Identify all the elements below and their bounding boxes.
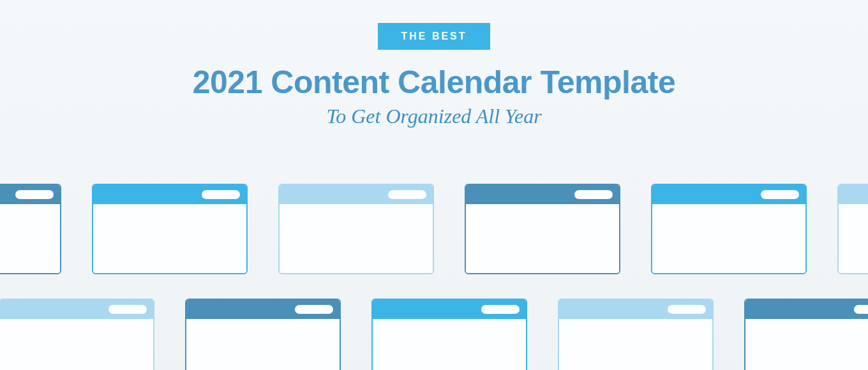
card-body [93, 204, 246, 273]
cards-row-bottom [0, 299, 868, 370]
calendar-card [558, 299, 714, 370]
card-header [0, 185, 60, 204]
card-pill-icon [388, 190, 426, 199]
card-header [280, 185, 433, 204]
calendar-card [465, 184, 620, 274]
calendar-card [185, 299, 341, 370]
calendar-card [744, 299, 868, 370]
card-pill-icon [668, 305, 706, 314]
cards-row-top [0, 184, 868, 274]
card-pill-icon [202, 190, 240, 199]
card-pill-icon [481, 305, 520, 314]
card-header [652, 185, 805, 204]
calendar-card [278, 184, 434, 274]
card-body [280, 204, 433, 273]
card-header [373, 300, 526, 319]
card-pill-icon [15, 190, 54, 199]
hero-badge: THE BEST [378, 23, 490, 50]
card-header [839, 185, 868, 204]
calendar-card [371, 299, 527, 370]
card-body [745, 319, 868, 370]
card-header [186, 300, 340, 319]
card-header [559, 300, 712, 319]
hero-section: THE BEST 2021 Content Calendar Template … [0, 0, 868, 128]
calendar-cards-illustration [0, 184, 868, 370]
calendar-card [92, 184, 248, 274]
card-pill-icon [574, 190, 613, 199]
card-body [0, 204, 60, 273]
calendar-card [837, 184, 868, 274]
hero-subtitle: To Get Organized All Year [0, 105, 868, 128]
card-body [559, 319, 712, 370]
card-body [839, 204, 868, 273]
calendar-card [0, 299, 154, 370]
card-body [652, 204, 805, 273]
card-pill-icon [108, 305, 147, 314]
card-body [466, 204, 619, 273]
card-header [0, 300, 153, 319]
card-pill-icon [295, 305, 333, 314]
card-pill-icon [854, 305, 868, 314]
hero-title: 2021 Content Calendar Template [0, 64, 868, 101]
card-pill-icon [761, 190, 799, 199]
card-header [745, 300, 868, 319]
calendar-card [0, 184, 61, 274]
card-body [0, 319, 153, 370]
card-header [93, 185, 246, 204]
card-body [186, 319, 340, 370]
card-header [466, 185, 619, 204]
calendar-card [651, 184, 807, 274]
card-body [373, 319, 526, 370]
